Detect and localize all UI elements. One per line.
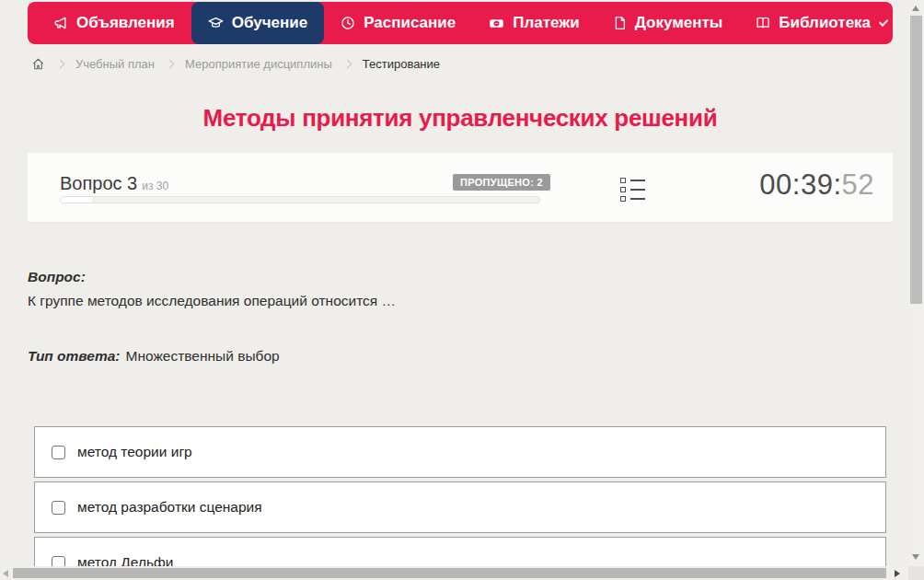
option-checkbox[interactable] bbox=[52, 501, 65, 515]
answer-options: метод теории игр метод разработки сценар… bbox=[34, 426, 886, 580]
nav-item-label: Обучение bbox=[232, 14, 307, 32]
nav-item-label: Библиотека bbox=[779, 14, 871, 32]
answer-type-value: Множественный выбор bbox=[126, 348, 280, 364]
page-title: Методы принятия управленческих решений bbox=[28, 104, 893, 133]
scrollbar-corner bbox=[908, 566, 924, 580]
scroll-left-arrow-icon[interactable] bbox=[3, 570, 8, 577]
nav-item-training[interactable]: Обучение bbox=[191, 2, 324, 44]
nav-item-label: Платежи bbox=[513, 14, 580, 32]
nav-item-announcements[interactable]: Объявления bbox=[37, 2, 191, 44]
main-nav: Объявления Обучение Расписание Платежи Д… bbox=[28, 2, 893, 44]
horizontal-scrollbar-thumb[interactable] bbox=[13, 568, 886, 578]
nav-item-payments[interactable]: Платежи bbox=[472, 2, 596, 44]
progress-bar bbox=[60, 196, 540, 203]
nav-item-schedule[interactable]: Расписание bbox=[324, 2, 472, 44]
question-list-icon[interactable] bbox=[620, 178, 645, 202]
question-label: Вопрос: bbox=[28, 269, 86, 285]
breadcrumb-testing: Тестирование bbox=[363, 57, 440, 71]
vertical-scrollbar[interactable] bbox=[908, 0, 924, 566]
nav-item-label: Объявления bbox=[76, 14, 175, 32]
home-icon[interactable] bbox=[31, 57, 45, 71]
skipped-badge: ПРОПУЩЕНО: 2 bbox=[453, 174, 550, 191]
megaphone-icon bbox=[53, 16, 68, 30]
answer-type-row: Тип ответа:Множественный выбор bbox=[28, 348, 280, 365]
breadcrumb-curriculum[interactable]: Учебный план bbox=[75, 57, 155, 71]
timer-hours-minutes: 00:39: bbox=[759, 168, 841, 201]
answer-type-label: Тип ответа: bbox=[28, 348, 121, 364]
breadcrumb-chevron-icon bbox=[56, 60, 65, 69]
breadcrumb-chevron-icon bbox=[342, 60, 352, 69]
scroll-right-arrow-icon[interactable] bbox=[895, 570, 900, 577]
horizontal-scrollbar[interactable] bbox=[0, 566, 908, 580]
question-total: из 30 bbox=[142, 180, 168, 192]
question-header-card: Вопрос 3из 30 ПРОПУЩЕНО: 2 00:39:52 bbox=[28, 153, 893, 223]
scroll-down-arrow-icon[interactable] bbox=[912, 554, 919, 560]
breadcrumb-discipline-event[interactable]: Мероприятие дисциплины bbox=[185, 57, 332, 71]
document-icon bbox=[613, 16, 627, 30]
nav-item-label: Документы bbox=[635, 14, 723, 32]
nav-item-documents[interactable]: Документы bbox=[596, 2, 740, 44]
nav-item-library[interactable]: Библиотека bbox=[739, 2, 906, 44]
vertical-scrollbar-thumb[interactable] bbox=[910, 16, 922, 304]
timer-seconds: 52 bbox=[842, 168, 874, 201]
progress-fill bbox=[61, 197, 94, 203]
answer-option-row[interactable]: метод теории игр bbox=[34, 426, 886, 478]
breadcrumb: Учебный план Мероприятие дисциплины Тест… bbox=[31, 57, 440, 71]
option-checkbox[interactable] bbox=[52, 446, 65, 459]
scroll-up-arrow-icon[interactable] bbox=[912, 6, 919, 11]
question-text: К группе методов исследования операций о… bbox=[28, 293, 396, 309]
breadcrumb-chevron-icon bbox=[166, 60, 175, 69]
option-label: метод теории игр bbox=[77, 444, 192, 460]
chevron-down-icon bbox=[879, 17, 889, 27]
nav-item-label: Расписание bbox=[364, 14, 456, 32]
option-label: метод разработки сценария bbox=[77, 499, 262, 516]
graduation-cap-icon bbox=[208, 16, 224, 31]
answer-option-row[interactable]: метод разработки сценария bbox=[34, 481, 886, 533]
banknote-icon bbox=[489, 16, 504, 31]
countdown-timer: 00:39:52 bbox=[759, 168, 874, 202]
open-book-icon bbox=[756, 16, 770, 30]
clock-icon bbox=[341, 16, 355, 30]
question-number: Вопрос 3из 30 bbox=[60, 173, 168, 194]
